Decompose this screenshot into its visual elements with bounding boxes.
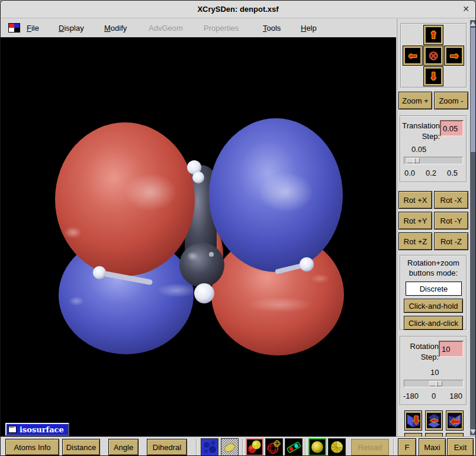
rotation-label: Rotation (401, 342, 439, 351)
display-style-toggle[interactable] (201, 438, 218, 456)
render-viewport[interactable]: isosurface (1, 37, 396, 436)
close-icon[interactable]: ✕ (462, 4, 469, 14)
menu-help[interactable]: Help (301, 19, 317, 37)
rotation-step-entry[interactable]: 10 (439, 341, 464, 357)
arrow-up-icon: ⬆ (426, 27, 441, 43)
iconified-isosurface-window[interactable]: isosurface (5, 423, 69, 436)
rotate-axis-button-1[interactable] (404, 410, 422, 431)
wireframe-display-button[interactable] (265, 438, 283, 456)
toolbar-separator (305, 439, 306, 455)
rotation-tick-1: 0 (432, 392, 436, 400)
rotate-axis-button-2[interactable] (425, 410, 443, 431)
scroll-down-icon[interactable] (470, 429, 476, 434)
balls-display-button[interactable] (246, 438, 263, 456)
xcrysden-logo-icon (8, 23, 20, 33)
rot-plus-x-button[interactable]: Rot +X (398, 191, 432, 209)
menu-bar: File Display Modify AdvGeom Properties T… (1, 19, 396, 37)
display-style-icon (201, 439, 218, 455)
translation-slider[interactable] (404, 157, 463, 164)
rot-minus-z-button[interactable]: Rot -Z (434, 232, 468, 250)
window-title: XCrySDen: denpot.xsf (1, 1, 475, 18)
maximize-button[interactable]: Maxi (419, 438, 446, 456)
rot-minus-x-button[interactable]: Rot -X (434, 191, 468, 209)
carbon-atom (179, 242, 224, 287)
menu-display[interactable]: Display (59, 19, 84, 37)
rot-plus-z-button[interactable]: Rot +Z (398, 232, 432, 250)
title-bar[interactable]: XCrySDen: denpot.xsf ✕ (1, 1, 475, 18)
scrollbar-thumb[interactable] (471, 28, 475, 152)
zoom-out-button[interactable]: Zoom - (434, 92, 468, 109)
bottom-toolbar: Atoms Info Distance Angle Dihedral (1, 436, 476, 456)
wireframe-sphere-icon (266, 439, 282, 455)
rotation-tick-2: 180 (449, 392, 462, 400)
rotation-step-label: Step: (401, 352, 439, 361)
app-window: XCrySDen: denpot.xsf ✕ File Display Modi… (0, 0, 476, 456)
translate-up-button[interactable]: ⬆ (423, 25, 443, 45)
translation-step-label: Step: (401, 132, 440, 141)
translate-left-button[interactable]: ⬅ (403, 46, 423, 66)
window-icon (8, 426, 17, 433)
arrow-left-icon: ⬅ (405, 48, 420, 63)
translate-down-button[interactable]: ⬇ (423, 66, 443, 86)
translation-step-frame: Translation Step: 0.05 0.05 0.0 0.2 0.5 (400, 115, 467, 183)
translate-right-button[interactable]: ➡ (444, 46, 464, 66)
mode-title-line1: Rotation+zoom (401, 258, 466, 267)
translation-tick-2: 0.5 (447, 169, 458, 177)
hydrogen-atom (300, 257, 314, 271)
rotation-tick-0: -180 (403, 392, 419, 400)
translate-pad-frame: ⬆ ⬅ ⊗ ➡ ⬇ (400, 23, 467, 88)
translation-slider-handle[interactable] (407, 158, 420, 163)
stereo-glasses-icon (285, 439, 302, 455)
rotate-axis-left-icon (448, 413, 462, 428)
menu-properties: Properties (204, 19, 239, 37)
rotate-axis-button-3[interactable] (446, 410, 464, 431)
hydrogen-atom (93, 266, 106, 279)
stereo-glasses-button[interactable] (285, 438, 303, 456)
rotation-mode-frame: Rotation+zoom buttons mode: Discrete Cli… (400, 255, 467, 331)
mode-title-line2: buttons mode: (401, 269, 466, 277)
rot-minus-y-button[interactable]: Rot -Y (434, 212, 468, 229)
rotation-slider-handle[interactable] (429, 381, 442, 386)
reload-button: Reload (351, 439, 389, 455)
iconified-window-label: isosurface (20, 425, 64, 434)
smooth-sphere-button[interactable] (308, 438, 326, 456)
mode-click-and-hold-button[interactable]: Click-and-hold (404, 299, 463, 313)
rot-plus-y-button[interactable]: Rot +Y (398, 212, 432, 229)
fullscreen-button[interactable]: F (398, 438, 416, 456)
menu-file[interactable]: File (27, 19, 39, 37)
menu-tools[interactable]: Tools (263, 19, 281, 37)
smooth-sphere-icon (310, 439, 325, 455)
crosshair-target-icon: ⊗ (426, 48, 441, 63)
mode-discrete-button[interactable]: Discrete (406, 282, 462, 296)
rotate-axis-down-icon (406, 413, 420, 428)
molecule-isosurface-scene (1, 37, 396, 436)
rotation-slider-value: 10 (430, 368, 439, 377)
lighting-toggle[interactable] (221, 438, 239, 456)
panel-scrollbar[interactable] (470, 20, 476, 435)
arrow-right-icon: ➡ (446, 48, 462, 63)
toolbar-separator (196, 439, 197, 455)
hydrogen-atom (194, 283, 214, 303)
angle-button[interactable]: Angle (108, 439, 139, 455)
translation-tick-0: 0.0 (404, 169, 415, 177)
menu-modify[interactable]: Modify (104, 19, 127, 37)
center-reset-button[interactable]: ⊗ (423, 46, 443, 66)
translation-step-entry[interactable]: 0.05 (440, 120, 464, 137)
rotate-axis-flat-icon (427, 413, 441, 428)
dihedral-button[interactable]: Dihedral (147, 439, 187, 455)
atoms-info-button[interactable]: Atoms Info (5, 439, 59, 455)
distance-button[interactable]: Distance (62, 439, 100, 455)
toolbar-separator (393, 439, 394, 455)
toolbar-separator (242, 439, 243, 455)
lighting-toggle-icon (221, 439, 238, 455)
faceted-sphere-button[interactable] (328, 438, 346, 456)
scroll-up-icon[interactable] (470, 21, 476, 26)
mode-click-and-click-button[interactable]: Click-and-click (404, 316, 463, 330)
zoom-in-button[interactable]: Zoom + (398, 92, 432, 109)
rotation-step-frame: Rotation Step: 10 10 -180 0 180 (400, 336, 467, 406)
exit-button[interactable]: Exit (447, 438, 474, 456)
balls-display-icon (247, 439, 262, 455)
faceted-sphere-icon (329, 439, 345, 455)
translation-label: Translation (401, 121, 440, 130)
rotation-slider[interactable] (404, 380, 464, 387)
